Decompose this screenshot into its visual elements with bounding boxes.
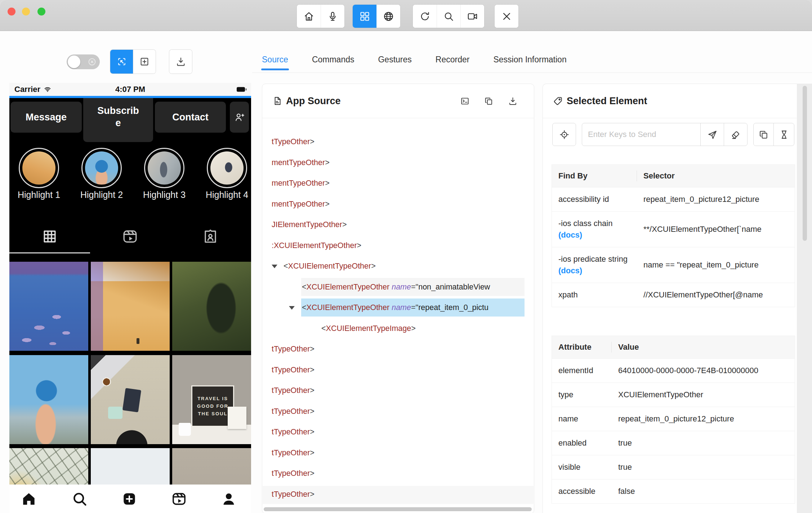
nav-profile-icon[interactable] <box>220 491 237 507</box>
source-tree-row[interactable]: tTypeOther> <box>262 465 534 482</box>
source-tree-row[interactable]: <XCUIElementTypeOther name="non_animatab… <box>262 279 534 295</box>
apps-grid-button[interactable] <box>353 5 376 28</box>
source-tree-row[interactable]: :XCUIElementTypeOther> <box>262 237 534 254</box>
screenshot-highlighter-toggle[interactable] <box>67 54 100 69</box>
microphone-button[interactable] <box>321 5 344 28</box>
source-tree-row[interactable]: mentTypeOther> <box>262 196 534 212</box>
tabs-divider <box>252 72 812 73</box>
message-button[interactable]: Message <box>10 102 82 133</box>
source-tree-row[interactable]: tTypeOther> <box>262 445 534 461</box>
table-row: accessibility idrepeat_item_0_picture12_… <box>552 187 795 212</box>
send-keys-input[interactable] <box>582 123 701 146</box>
story-highlight[interactable]: Highlight 2 <box>81 148 122 188</box>
source-row-text: <XCUIElementTypeOther name="non_animatab… <box>302 278 490 296</box>
grid-photo-6[interactable]: TRAVEL ISGOOD FORTHE SOUL <box>172 355 251 444</box>
selector-cell: repeat_item_0_picture12_picture <box>637 187 795 212</box>
source-tree-row[interactable]: tTypeOther> <box>262 362 534 378</box>
select-cursor-icon <box>116 56 127 67</box>
source-tree-row[interactable]: tTypeOther> <box>262 424 534 440</box>
nav-reels-icon[interactable] <box>171 491 187 507</box>
search-button[interactable] <box>437 5 460 28</box>
docs-link[interactable]: (docs) <box>558 230 630 240</box>
table-row: -ios class chain(docs)**/XCUIElementType… <box>552 212 795 247</box>
highlight-label: Highlight 4 <box>198 190 251 200</box>
tab-commands[interactable]: Commands <box>312 55 354 65</box>
phone-status-bar: Carrier 4:07 PM <box>9 83 251 96</box>
source-tree-row[interactable]: mentTypeOther> <box>262 175 534 191</box>
tab-gestures[interactable]: Gestures <box>378 55 411 65</box>
nav-home-icon[interactable] <box>21 491 37 507</box>
story-highlight[interactable]: Highlight 3 <box>144 148 184 188</box>
grid-photo-1[interactable] <box>9 262 88 351</box>
table-row: enabledtrue <box>552 431 795 455</box>
attribute-cell: accessible <box>552 479 612 504</box>
source-row-text: <XCUIElementTypeImage> <box>321 320 416 337</box>
close-circle-icon <box>88 57 97 66</box>
download-screenshot-button[interactable] <box>169 50 192 74</box>
value-cell: true <box>612 431 795 455</box>
source-tree-row[interactable]: JIElementTypeOther> <box>262 216 534 233</box>
expand-arrow-icon[interactable] <box>272 265 277 268</box>
web-button[interactable] <box>376 5 400 28</box>
nav-search-icon[interactable] <box>71 491 88 507</box>
close-session-button[interactable] <box>495 5 518 28</box>
select-elements-button[interactable] <box>110 50 133 74</box>
source-tree-row[interactable]: tTypeOther> <box>262 382 534 399</box>
grid-photo-9[interactable] <box>172 448 251 485</box>
grid-photo-3[interactable] <box>172 262 251 351</box>
traffic-light-zoom-button[interactable] <box>37 8 45 16</box>
source-tree-row[interactable]: <XCUIElementTypeOther name="repeat_item_… <box>262 299 534 316</box>
person-add-button[interactable] <box>230 102 249 133</box>
source-tree-row[interactable]: tTypeOther> <box>262 341 534 357</box>
send-keys-button[interactable] <box>700 123 724 146</box>
device-screenshot-mirror[interactable]: Carrier 4:07 PM MessageSubscribeContactH… <box>9 83 251 513</box>
find-by-cell: xpath <box>552 283 637 307</box>
home-button[interactable] <box>297 5 321 28</box>
source-tree-row[interactable]: tTypeOther> <box>262 486 534 503</box>
grid-photo-4[interactable] <box>9 355 88 444</box>
grid-photo-7[interactable] <box>9 448 88 485</box>
appium-inspector-window: SourceCommandsGesturesRecorderSession In… <box>0 0 812 513</box>
tap-by-coordinates-button[interactable] <box>133 50 156 74</box>
source-tree-row[interactable]: tTypeOther> <box>262 133 534 150</box>
find-by-cell: -ios class chain(docs) <box>552 212 637 247</box>
wait-hourglass-button[interactable] <box>773 123 794 146</box>
nav-create-icon[interactable] <box>121 491 138 507</box>
source-tree-row[interactable]: <XCUIElementTypeOther> <box>262 258 534 274</box>
docs-link[interactable]: (docs) <box>558 266 630 275</box>
tab-recorder[interactable]: Recorder <box>436 55 470 65</box>
source-tree-row[interactable]: mentTypeOther> <box>262 154 534 171</box>
selected-element-panel: Selected Element Find BySelectoraccessib… <box>543 84 797 513</box>
expand-arrow-icon[interactable] <box>289 306 295 310</box>
source-tree-row[interactable]: <XCUIElementTypeImage> <box>262 320 534 337</box>
profile-tab-reels[interactable] <box>121 228 139 245</box>
grid-photo-8[interactable] <box>91 448 170 485</box>
story-highlight[interactable]: Highlight 4 <box>207 148 247 188</box>
attribute-table: AttributeValueelementId64010000-0000-000… <box>552 336 795 504</box>
table-row: typeXCUIElementTypeOther <box>552 383 795 407</box>
grid-photo-5[interactable] <box>91 355 170 444</box>
traffic-light-close-button[interactable] <box>8 8 15 16</box>
subscribe-button[interactable]: Subscribe <box>83 98 153 142</box>
tab-session-information[interactable]: Session Information <box>493 55 566 65</box>
battery-icon <box>236 87 247 92</box>
copy-attributes-button[interactable] <box>753 123 774 146</box>
grid-photo-2[interactable] <box>91 262 170 351</box>
screen-record-button[interactable] <box>460 5 484 28</box>
tab-source[interactable]: Source <box>262 55 288 65</box>
clear-keys-button[interactable] <box>724 123 748 146</box>
terminal-icon[interactable] <box>460 96 470 106</box>
horizontal-scrollbar[interactable] <box>264 507 532 511</box>
contact-button[interactable]: Contact <box>155 102 226 133</box>
phone-app-screen[interactable]: MessageSubscribeContactHighlight 1Highli… <box>9 98 251 485</box>
profile-tab-tagged[interactable] <box>202 228 219 245</box>
refresh-button[interactable] <box>413 5 437 28</box>
download-icon[interactable] <box>508 96 518 106</box>
story-highlight[interactable]: Highlight 1 <box>19 148 59 188</box>
vertical-scrollbar[interactable] <box>803 86 807 241</box>
copy-icon[interactable] <box>484 96 494 106</box>
locate-element-button[interactable] <box>552 123 576 146</box>
traffic-light-minimize-button[interactable] <box>22 8 30 16</box>
source-tree-row[interactable]: tTypeOther> <box>262 403 534 420</box>
profile-tab-grid[interactable] <box>41 228 58 245</box>
